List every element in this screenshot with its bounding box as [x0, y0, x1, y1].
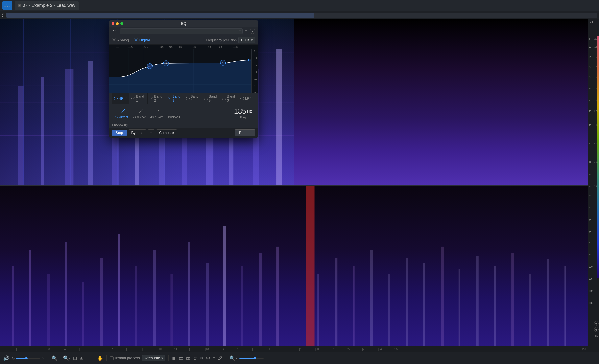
freq-label-40: 40: [116, 45, 119, 48]
db-label-n15: -15: [253, 84, 257, 87]
eq-band-tabs: i HP ⌒ i Band 1 i Band 2 i Band 3 i: [109, 93, 258, 104]
band-6-label: Band 6: [227, 95, 236, 103]
window-minimize-btn[interactable]: [116, 22, 119, 25]
band-tab-lp[interactable]: i LP ⌒: [238, 93, 255, 104]
time-select-icon[interactable]: ▦: [186, 355, 191, 361]
zoom-control[interactable]: [16, 357, 40, 359]
band-tab-1[interactable]: i Band 1: [130, 93, 148, 104]
eq-mode-tabs: 🖼 Analog ▦ Digital Frequency precision 1…: [109, 36, 258, 44]
slope-48db[interactable]: 48 dB/oct: [150, 107, 163, 119]
band-hp-curve-icon: ⌒: [124, 97, 127, 100]
select-tool-icon[interactable]: ⬚: [90, 355, 95, 361]
band-tab-3[interactable]: i Band 3: [166, 93, 184, 104]
band-1-info-icon[interactable]: i: [132, 97, 135, 100]
dbr-50: 50: [589, 142, 591, 145]
freq-select-icon[interactable]: ▤: [179, 355, 184, 361]
time-12: |12: [189, 347, 193, 351]
brush-tool-icon[interactable]: ✏: [200, 355, 204, 361]
zoom-out-freq-button[interactable]: ⊖: [594, 327, 599, 332]
dbr-65: 65: [589, 185, 591, 187]
timeline-bar[interactable]: [7, 13, 597, 18]
slope-12db[interactable]: 12 dB/oct: [115, 107, 128, 119]
band-tab-6[interactable]: i Band 6: [220, 93, 238, 104]
digital-tab[interactable]: ▦ Digital: [134, 38, 150, 42]
compare-button[interactable]: Compare: [156, 129, 177, 136]
band-hp-info-icon[interactable]: i: [114, 97, 118, 100]
band-tab-4[interactable]: i Band 4: [184, 93, 202, 104]
zoom-out-right-icon[interactable]: 🔍-: [229, 355, 237, 361]
db-label-5: 5: [256, 56, 257, 59]
rect-select-icon[interactable]: ▣: [172, 355, 176, 361]
band-tab-5[interactable]: i Band 5: [202, 93, 220, 104]
eq-graph[interactable]: 40 100 200 400 600 1k 2k 4k 6k 10k dB 5 …: [109, 44, 258, 93]
zoom-handle[interactable]: [25, 357, 28, 359]
band-2-info-icon[interactable]: i: [150, 97, 153, 100]
freq-param-label: Freq: [234, 115, 252, 119]
tab-lead-wav[interactable]: × 07 - Example 2 - Lead.wav: [15, 1, 79, 10]
zoom-in-tool-icon[interactable]: 🔍+: [52, 355, 61, 361]
instant-process-label: Instant process: [115, 356, 140, 360]
render-button[interactable]: Render: [235, 129, 255, 136]
lasso-select-icon[interactable]: ⬭: [193, 355, 197, 361]
expand-icon[interactable]: ⟨⟩: [2, 13, 5, 18]
waveform-view-icon[interactable]: 🔊: [3, 355, 9, 361]
pencil-tool-icon[interactable]: 🖊: [218, 355, 223, 361]
dropdown-arrow-icon: ▾: [239, 29, 241, 33]
time-19: |19: [299, 347, 303, 351]
svg-rect-87: [459, 269, 460, 346]
band-tab-2[interactable]: i Band 2: [148, 93, 166, 104]
spec-svg-bottom: [0, 186, 588, 346]
spectrogram-top-channel[interactable]: L: [0, 19, 588, 186]
timeline-progress: [7, 13, 314, 18]
svg-rect-80: [335, 258, 338, 346]
tab-close-button[interactable]: ×: [18, 4, 21, 7]
band-6-info-icon[interactable]: i: [222, 97, 226, 100]
band-2-label: Band 2: [154, 95, 164, 103]
slope-brickwall[interactable]: Brickwall: [168, 107, 180, 119]
plus-button[interactable]: +: [148, 129, 154, 136]
instant-process-checkbox[interactable]: [110, 356, 114, 360]
band-tab-hp[interactable]: i HP ⌒: [112, 93, 130, 104]
spectrogram-container[interactable]: L: [0, 19, 588, 352]
dbr-45: 45: [589, 124, 591, 127]
time-5: |5: [79, 347, 81, 351]
zoom-handle-right[interactable]: [254, 357, 256, 359]
list-tool-icon[interactable]: ≡: [212, 355, 215, 361]
bypass-button[interactable]: Bypass: [128, 129, 146, 136]
attenuate-dropdown[interactable]: Attenuate ▾: [142, 355, 165, 361]
db-label-0: 0: [256, 63, 257, 66]
freq-label-10k: 10k: [233, 45, 238, 48]
zoom-out-icon[interactable]: ⊖: [12, 356, 15, 360]
preset-dropdown[interactable]: ▾: [120, 28, 243, 34]
pan-tool-icon[interactable]: ✋: [97, 355, 103, 361]
band-lp-info-icon[interactable]: i: [240, 97, 244, 100]
eq-slope-area: 12 dB/oct 24 dB/oct 48 dB/oct: [109, 104, 258, 122]
help-icon[interactable]: ?: [250, 29, 255, 34]
freq-precision-label: Frequency precision: [206, 38, 237, 42]
band-4-info-icon[interactable]: i: [186, 97, 190, 100]
freq-display: 185 Hz Freq: [234, 107, 252, 119]
zoom-to-selection-icon[interactable]: ⊞: [79, 355, 83, 361]
zoom-control-right[interactable]: [239, 357, 264, 359]
svg-rect-92: [547, 259, 549, 346]
zoom-out-tool-icon[interactable]: 🔍-: [63, 355, 70, 361]
slope-brickwall-label: Brickwall: [168, 115, 180, 119]
spectrogram-bottom-channel[interactable]: R: [0, 186, 588, 346]
stop-button[interactable]: Stop: [112, 130, 127, 136]
slope-24db[interactable]: 24 dB/oct: [133, 107, 145, 119]
freq-precision-dropdown[interactable]: 12 Hz ▾: [238, 37, 255, 43]
window-maximize-btn[interactable]: [120, 22, 123, 25]
zoom-fit-button[interactable]: ⊕: [594, 321, 599, 326]
dbr-115: 115: [589, 302, 592, 304]
band-5-info-icon[interactable]: i: [204, 97, 208, 100]
slope-24db-label: 24 dB/oct: [133, 115, 145, 119]
menu-icon[interactable]: ≡: [245, 29, 247, 34]
dbr-80: 80: [589, 219, 591, 222]
window-close-btn[interactable]: [112, 22, 114, 25]
eraser-tool-icon[interactable]: ✂: [206, 355, 210, 361]
analog-tab[interactable]: 🖼 Analog: [112, 38, 129, 42]
band-3-info-icon[interactable]: i: [168, 97, 171, 100]
time-22: |22: [346, 347, 350, 351]
svg-rect-63: [12, 266, 14, 346]
zoom-fit-tool-icon[interactable]: ⊡: [73, 355, 77, 361]
